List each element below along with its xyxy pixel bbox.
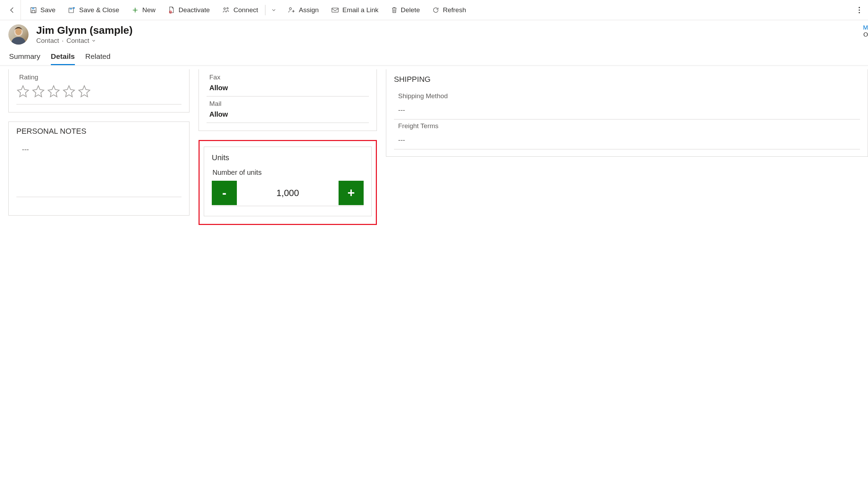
contact-prefs-card: Fax Allow Mail Allow <box>199 69 377 131</box>
star-icon[interactable] <box>32 85 45 99</box>
connect-label: Connect <box>233 6 258 14</box>
save-button[interactable]: Save <box>24 0 62 20</box>
units-section-title: Units <box>212 153 364 162</box>
form-selector[interactable]: Contact <box>67 37 96 45</box>
entity-name: Contact <box>36 37 59 45</box>
units-card: Units Number of units - 1,000 + <box>204 147 372 216</box>
record-title: Jim Glynn (sample) <box>36 24 133 36</box>
assign-icon <box>288 7 295 14</box>
fax-label: Fax <box>207 73 369 81</box>
svg-point-9 <box>859 9 860 11</box>
avatar <box>8 24 29 45</box>
command-divider <box>265 5 265 15</box>
freight-terms-label: Freight Terms <box>398 122 856 130</box>
star-icon[interactable] <box>62 85 76 99</box>
connect-dropdown[interactable] <box>266 0 281 20</box>
more-vertical-icon <box>858 6 860 14</box>
separator-dot: · <box>62 37 63 45</box>
personal-notes-value[interactable]: --- <box>16 141 181 158</box>
shipping-method-label: Shipping Method <box>398 92 856 100</box>
form-tabs: Summary Details Related <box>0 45 868 65</box>
rating-label: Rating <box>16 73 181 81</box>
refresh-button[interactable]: Refresh <box>426 0 472 20</box>
new-label: New <box>142 6 155 14</box>
refresh-icon <box>432 7 439 14</box>
email-link-label: Email a Link <box>342 6 379 14</box>
rating-stars[interactable] <box>16 84 181 104</box>
svg-rect-1 <box>32 10 35 13</box>
rating-card: Rating <box>8 69 189 112</box>
save-close-label: Save & Close <box>79 6 119 14</box>
shipping-method-value: --- <box>398 106 856 119</box>
assign-label: Assign <box>299 6 319 14</box>
delete-label: Delete <box>401 6 420 14</box>
deactivate-icon <box>168 6 175 14</box>
form-body: Rating PERSONAL NOTES --- Fax Allow <box>0 67 868 225</box>
email-icon <box>331 7 339 13</box>
tab-details[interactable]: Details <box>51 52 75 65</box>
fax-value: Allow <box>207 84 369 96</box>
arrow-left-icon <box>8 6 16 14</box>
tab-summary[interactable]: Summary <box>9 52 40 65</box>
personal-notes-card: PERSONAL NOTES --- <box>8 122 189 216</box>
deactivate-button[interactable]: Deactivate <box>162 0 216 20</box>
star-icon[interactable] <box>78 85 91 99</box>
command-bar: Save Save & Close New Deactivate Connect… <box>0 0 868 20</box>
star-icon[interactable] <box>16 85 30 99</box>
units-stepper: - 1,000 + <box>212 181 364 206</box>
connect-icon <box>222 7 230 14</box>
units-decrement-button[interactable]: - <box>212 181 237 205</box>
units-value[interactable]: 1,000 <box>237 188 339 198</box>
units-highlight: Units Number of units - 1,000 + <box>199 140 377 225</box>
save-label: Save <box>40 6 55 14</box>
trash-icon <box>391 7 397 14</box>
save-close-icon <box>68 7 76 14</box>
save-close-button[interactable]: Save & Close <box>62 0 125 20</box>
freight-terms-field[interactable]: Freight Terms --- <box>394 119 860 149</box>
shipping-card: SHIPPING Shipping Method --- Freight Ter… <box>386 69 868 157</box>
personal-notes-title: PERSONAL NOTES <box>16 127 181 136</box>
chevron-down-icon <box>91 38 96 43</box>
save-icon <box>30 7 37 14</box>
chevron-down-icon <box>271 7 277 13</box>
svg-point-8 <box>859 7 860 8</box>
plus-icon <box>132 7 139 14</box>
svg-point-6 <box>289 7 292 9</box>
deactivate-label: Deactivate <box>178 6 210 14</box>
tab-related[interactable]: Related <box>85 52 110 65</box>
units-label: Number of units <box>212 169 364 177</box>
svg-point-10 <box>859 12 860 13</box>
mail-value: Allow <box>207 110 369 123</box>
delete-button[interactable]: Delete <box>385 0 426 20</box>
svg-point-4 <box>224 8 226 9</box>
assign-button[interactable]: Assign <box>281 0 325 20</box>
more-commands-button[interactable] <box>854 0 865 20</box>
new-button[interactable]: New <box>125 0 162 20</box>
email-link-button[interactable]: Email a Link <box>325 0 385 20</box>
svg-rect-7 <box>332 8 339 12</box>
connect-button[interactable]: Connect <box>216 0 264 20</box>
units-increment-button[interactable]: + <box>339 181 364 205</box>
fax-field[interactable]: Fax Allow <box>207 70 369 96</box>
form-name: Contact <box>67 37 89 45</box>
svg-point-5 <box>227 7 228 9</box>
star-icon[interactable] <box>47 85 60 99</box>
svg-point-12 <box>11 37 25 45</box>
header-right-clip: M O <box>863 24 868 39</box>
shipping-title: SHIPPING <box>394 75 860 84</box>
mail-field[interactable]: Mail Allow <box>207 96 369 123</box>
record-header: Jim Glynn (sample) Contact · Contact M O <box>0 20 868 45</box>
refresh-label: Refresh <box>443 6 466 14</box>
mail-label: Mail <box>207 100 369 108</box>
back-button[interactable] <box>3 0 21 20</box>
freight-terms-value: --- <box>398 136 856 149</box>
shipping-method-field[interactable]: Shipping Method --- <box>394 89 860 119</box>
